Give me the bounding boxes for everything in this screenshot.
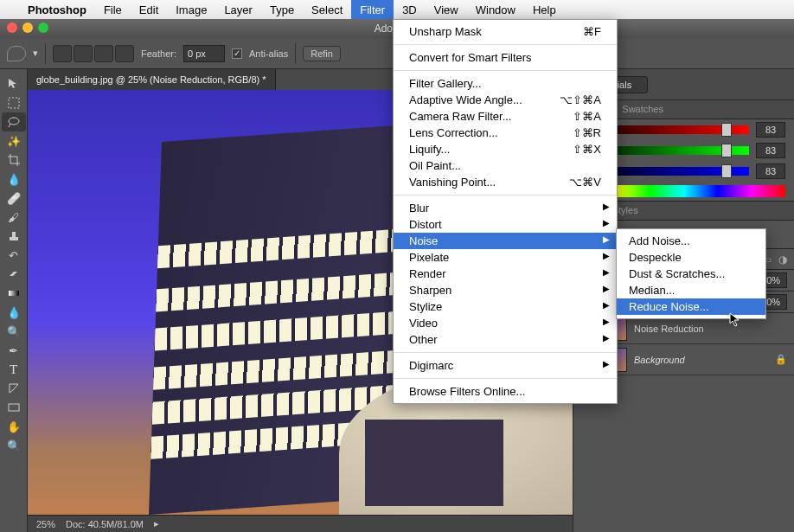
- submenu-item-despeckle[interactable]: Despeckle: [617, 249, 765, 266]
- menu-item-sharpen[interactable]: Sharpen▶: [394, 282, 617, 298]
- noise-submenu[interactable]: Add Noise...DespeckleDust & Scratches...…: [616, 228, 766, 319]
- zoom-icon[interactable]: [38, 22, 48, 33]
- menu-item-oil-paint-[interactable]: Oil Paint...: [394, 157, 617, 174]
- mac-menubar[interactable]: Photoshop File Edit Image Layer Type Sel…: [0, 0, 794, 19]
- history-brush-tool[interactable]: ↶: [2, 246, 26, 265]
- menu-view[interactable]: View: [426, 0, 467, 19]
- close-icon[interactable]: [7, 22, 17, 33]
- chevron-right-icon[interactable]: ▸: [154, 518, 159, 529]
- zoom-value[interactable]: 25%: [36, 519, 55, 529]
- menu-item-noise[interactable]: Noise▶: [394, 233, 617, 249]
- menu-file[interactable]: File: [95, 0, 131, 19]
- menu-app[interactable]: Photoshop: [19, 0, 95, 19]
- svg-rect-0: [9, 98, 19, 108]
- menu-item-adaptive-wide-angle-[interactable]: Adaptive Wide Angle...⌥⇧⌘A: [394, 92, 617, 108]
- rectangle-tool[interactable]: [2, 398, 26, 417]
- menu-image[interactable]: Image: [167, 0, 215, 19]
- menu-item-vanishing-point-[interactable]: Vanishing Point...⌥⌘V: [394, 174, 617, 190]
- selection-mode-buttons[interactable]: [53, 45, 134, 62]
- feather-input[interactable]: 0 px: [183, 45, 225, 62]
- menu-item-browse-filters-online-[interactable]: Browse Filters Online...: [394, 383, 617, 400]
- svg-point-1: [9, 118, 19, 125]
- menu-item-camera-raw-filter-[interactable]: Camera Raw Filter...⇧⌘A: [394, 108, 617, 125]
- menu-item-lens-correction-[interactable]: Lens Correction...⇧⌘R: [394, 125, 617, 141]
- menu-filter[interactable]: Filter: [351, 0, 394, 19]
- submenu-item-reduce-noise-[interactable]: Reduce Noise...: [617, 298, 765, 315]
- crop-tool[interactable]: [2, 151, 26, 170]
- antialias-label: Anti-alias: [249, 48, 288, 59]
- menu-item-unsharp-mask[interactable]: Unsharp Mask⌘F: [394, 23, 617, 40]
- traffic-lights[interactable]: [7, 22, 48, 33]
- eyedropper-tool[interactable]: 💧: [2, 170, 26, 189]
- submenu-item-dust-scratches-[interactable]: Dust & Scratches...: [617, 266, 765, 282]
- feather-label: Feather:: [141, 48, 176, 59]
- move-tool[interactable]: [2, 74, 26, 93]
- magic-wand-tool[interactable]: ✨: [2, 131, 26, 151]
- eraser-tool[interactable]: [2, 265, 26, 284]
- menu-item-other[interactable]: Other▶: [394, 331, 617, 348]
- menu-item-digimarc[interactable]: Digimarc▶: [394, 357, 617, 374]
- submenu-item-add-noise-[interactable]: Add Noise...: [617, 233, 765, 249]
- menu-item-render[interactable]: Render▶: [394, 266, 617, 282]
- lasso-tool-icon[interactable]: [7, 46, 26, 61]
- menu-item-pixelate[interactable]: Pixelate▶: [394, 249, 617, 266]
- svg-rect-2: [10, 237, 18, 240]
- menu-layer[interactable]: Layer: [215, 0, 261, 19]
- svg-rect-5: [9, 404, 19, 411]
- menu-select[interactable]: Select: [303, 0, 351, 19]
- pen-tool[interactable]: ✒: [2, 341, 26, 360]
- menu-window[interactable]: Window: [467, 0, 524, 19]
- menu-help[interactable]: Help: [524, 0, 565, 19]
- layer-name[interactable]: Background: [634, 355, 685, 365]
- type-tool[interactable]: T: [2, 360, 26, 379]
- layer-name[interactable]: Noise Reduction: [634, 324, 704, 334]
- marquee-tool[interactable]: [2, 93, 26, 112]
- menu-3d[interactable]: 3D: [394, 0, 426, 19]
- toolbox: ✨ 💧 🩹 🖌 ↶ 💧 🔍 ✒ T ✋ 🔍: [0, 69, 28, 532]
- antialias-checkbox[interactable]: ✓: [232, 48, 242, 59]
- hand-tool[interactable]: ✋: [2, 417, 26, 436]
- dropdown-icon[interactable]: ▾: [33, 48, 38, 59]
- svg-rect-3: [12, 232, 16, 237]
- gradient-tool[interactable]: [2, 284, 26, 303]
- zoom-tool[interactable]: 🔍: [2, 436, 26, 455]
- minimize-icon[interactable]: [22, 22, 33, 33]
- clone-stamp-tool[interactable]: [2, 227, 26, 246]
- lasso-tool[interactable]: [2, 112, 26, 131]
- status-bar: 25% Doc: 40.5M/81.0M ▸: [28, 515, 573, 532]
- menu-item-stylize[interactable]: Stylize▶: [394, 298, 617, 315]
- menu-item-liquify-[interactable]: Liquify...⇧⌘X: [394, 141, 617, 157]
- dodge-tool[interactable]: 🔍: [2, 322, 26, 341]
- menu-item-filter-gallery-[interactable]: Filter Gallery...: [394, 75, 617, 92]
- lock-icon: 🔒: [775, 354, 787, 365]
- menu-item-video[interactable]: Video▶: [394, 315, 617, 331]
- menu-item-distort[interactable]: Distort▶: [394, 216, 617, 233]
- brush-tool[interactable]: 🖌: [2, 208, 26, 227]
- healing-brush-tool[interactable]: 🩹: [2, 189, 26, 208]
- menu-type[interactable]: Type: [261, 0, 303, 19]
- svg-rect-4: [9, 291, 19, 296]
- document-tab[interactable]: globe_building.jpg @ 25% (Noise Reductio…: [28, 69, 276, 90]
- menu-edit[interactable]: Edit: [131, 0, 167, 19]
- tab-swatches[interactable]: Swatches: [613, 100, 672, 119]
- menu-item-blur[interactable]: Blur▶: [394, 200, 617, 216]
- path-selection-tool[interactable]: [2, 379, 26, 398]
- cursor-icon: [729, 312, 741, 328]
- docsize-indicator: Doc: 40.5M/81.0M: [66, 519, 144, 529]
- refine-edge-button[interactable]: Refin: [303, 46, 341, 61]
- menu-item-convert-for-smart-filters[interactable]: Convert for Smart Filters: [394, 49, 617, 66]
- submenu-item-median-[interactable]: Median...: [617, 282, 765, 298]
- filter-menu-dropdown[interactable]: Unsharp Mask⌘FConvert for Smart FiltersF…: [393, 19, 618, 404]
- blur-tool[interactable]: 💧: [2, 303, 26, 322]
